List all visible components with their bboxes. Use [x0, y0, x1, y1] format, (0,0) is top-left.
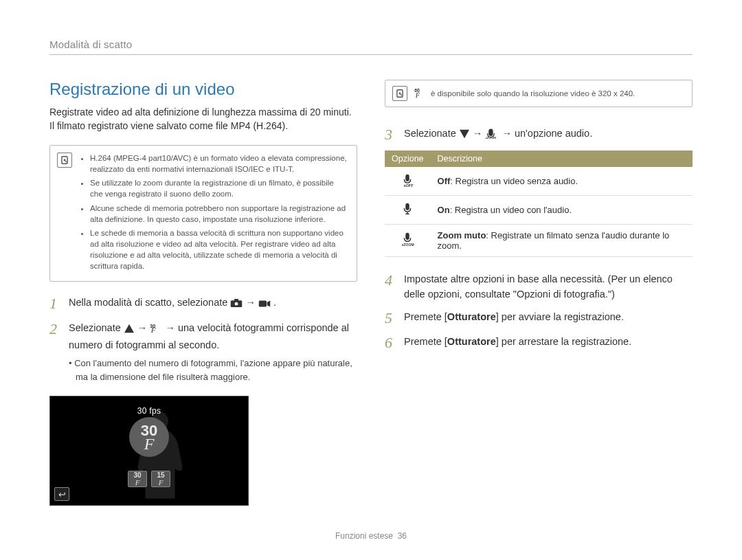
step-number: 4: [385, 272, 396, 302]
fps-label: 30 fps: [137, 406, 161, 416]
step-number: 1: [49, 295, 60, 313]
step-body: Premete [Otturatore] per avviare la regi…: [404, 310, 693, 326]
chip-number: 30: [133, 472, 141, 479]
chip-unit: F: [159, 479, 164, 486]
svg-point-5: [235, 302, 238, 306]
svg-marker-16: [460, 130, 469, 138]
option-rest: : Registra un video con l'audio.: [450, 205, 572, 215]
svg-marker-7: [267, 301, 271, 307]
step-body: Nella modalità di scatto, selezionate → …: [69, 295, 357, 313]
camera-icon: [230, 298, 243, 313]
audio-zoom-icon: xZOOM: [485, 128, 499, 144]
step-2: 2 Selezionate → 30F → una velocità fotog…: [49, 321, 357, 384]
step-bold: Otturatore: [447, 311, 496, 322]
svg-line-2: [65, 161, 67, 162]
right-column: 60F è disponibile solo quando la risoluz…: [385, 80, 693, 506]
note-right-text: è disponibile solo quando la risoluzione…: [431, 89, 635, 98]
svg-text:F: F: [415, 91, 420, 98]
step-text: →: [137, 322, 150, 333]
fps-option-30[interactable]: 30 F: [128, 471, 147, 487]
option-desc: On: Registra un video con l'audio.: [431, 195, 693, 224]
step-text: Premete [: [404, 336, 447, 347]
step-text: ] per avviare la registrazione.: [496, 311, 624, 322]
option-label: Zoom muto: [438, 230, 486, 240]
note-box-left: H.264 (MPEG-4 part10/AVC) è un formato v…: [49, 145, 357, 282]
camera-preview: 30 fps 30 F 30 F 15 F ↩: [49, 396, 249, 506]
table-header-option: Opzione: [385, 150, 431, 167]
step-text: Premete [: [404, 311, 447, 322]
step-text: → un'opzione audio.: [502, 128, 592, 139]
step-body: Premete [Otturatore] per arrestare la re…: [404, 335, 693, 351]
table-row: On: Registra un video con l'audio.: [385, 195, 693, 224]
step-number: 3: [385, 126, 396, 144]
step-body: Selezionate → 30F → una velocità fotogra…: [69, 321, 357, 384]
back-button[interactable]: ↩: [54, 487, 69, 501]
svg-point-12: [399, 93, 400, 93]
intro-text: Registrate video ad alta definizione di …: [49, 106, 357, 133]
mic-on-icon: [385, 195, 431, 224]
table-row: xZOOM Zoom muto: Registrate un filmato s…: [385, 224, 693, 256]
step-number: 6: [385, 335, 396, 351]
step-body: Selezionate → xZOOM → un'opzione audio.: [404, 126, 693, 144]
step-text: ] per arrestare la registrazione.: [496, 336, 631, 347]
step-text: Selezionate: [404, 128, 459, 139]
note-item: Le schede di memoria a bassa velocità di…: [90, 227, 348, 271]
note-icon: [392, 86, 407, 101]
svg-rect-4: [234, 299, 238, 301]
step-body: Impostate altre opzioni in base alla nec…: [404, 272, 693, 302]
footer-label: Funzioni estese: [335, 531, 393, 541]
note-list: H.264 (MPEG-4 part10/AVC) è un formato v…: [79, 153, 348, 274]
table-row: xOFF Off: Registra un video senza audio.: [385, 167, 693, 196]
mic-off-icon: xOFF: [385, 167, 431, 196]
step-text: →: [245, 297, 258, 308]
frame-rate-icon: 30F: [150, 322, 162, 338]
note-item: Se utilizzate lo zoom durante la registr…: [90, 177, 348, 199]
audio-options-table: Opzione Descrizione xOFF Off: Registra u…: [385, 150, 693, 257]
step-number: 2: [49, 321, 60, 384]
note-item: Alcune schede di memoria potrebbero non …: [90, 203, 348, 225]
step-text: →: [473, 128, 486, 139]
fps-unit: F: [144, 437, 155, 452]
fps-options-row: 30 F 15 F: [128, 471, 170, 487]
step-4: 4 Impostate altre opzioni in base alla n…: [385, 272, 693, 302]
page-title: Registrazione di un video: [49, 80, 357, 99]
left-column: Registrazione di un video Registrate vid…: [49, 80, 357, 506]
step-text: .: [273, 297, 276, 308]
step-sub-note: • Con l'aumento del numero di fotogrammi…: [69, 357, 357, 383]
note-icon: [57, 153, 72, 168]
footer-page-number: 36: [398, 531, 407, 541]
fps-option-15[interactable]: 15 F: [151, 471, 170, 487]
video-icon: [258, 298, 271, 313]
option-desc: Off: Registra un video senza audio.: [431, 167, 693, 196]
step-number: 5: [385, 310, 396, 326]
svg-point-1: [64, 159, 65, 160]
note-text: 60F è disponibile solo quando la risoluz…: [414, 86, 635, 101]
svg-text:xOFF: xOFF: [404, 183, 414, 188]
step-6: 6 Premete [Otturatore] per arrestare la …: [385, 335, 693, 351]
section-header: Modalità di scatto: [49, 38, 693, 55]
table-header-desc: Descrizione: [431, 150, 693, 167]
step-3: 3 Selezionate → xZOOM → un'opzione audio…: [385, 126, 693, 144]
svg-marker-8: [124, 324, 134, 333]
fps-selected-badge: 30 F: [129, 417, 169, 457]
option-rest: : Registra un video senza audio.: [450, 176, 578, 186]
step-text: Selezionate: [69, 322, 124, 333]
menu-down-icon: [459, 128, 470, 144]
option-label: On: [438, 205, 450, 215]
menu-up-icon: [124, 323, 135, 338]
step-bold: Otturatore: [447, 336, 496, 347]
option-desc: Zoom muto: Registrate un filmato senza l…: [431, 224, 693, 256]
svg-text:xZOOM: xZOOM: [402, 243, 414, 247]
mic-zoom-mute-icon: xZOOM: [385, 224, 431, 256]
svg-line-13: [401, 94, 402, 96]
step-text: Nella modalità di scatto, selezionate: [69, 297, 230, 308]
svg-text:xZOOM: xZOOM: [486, 136, 497, 139]
step-5: 5 Premete [Otturatore] per avviare la re…: [385, 310, 693, 326]
chip-number: 15: [157, 472, 164, 479]
table-header-row: Opzione Descrizione: [385, 150, 693, 167]
note-item: H.264 (MPEG-4 part10/AVC) è un formato v…: [90, 153, 348, 175]
page-footer: Funzioni estese 36: [0, 531, 742, 541]
chip-unit: F: [135, 479, 140, 486]
option-label: Off: [438, 176, 451, 186]
step-1: 1 Nella modalità di scatto, selezionate …: [49, 295, 357, 313]
